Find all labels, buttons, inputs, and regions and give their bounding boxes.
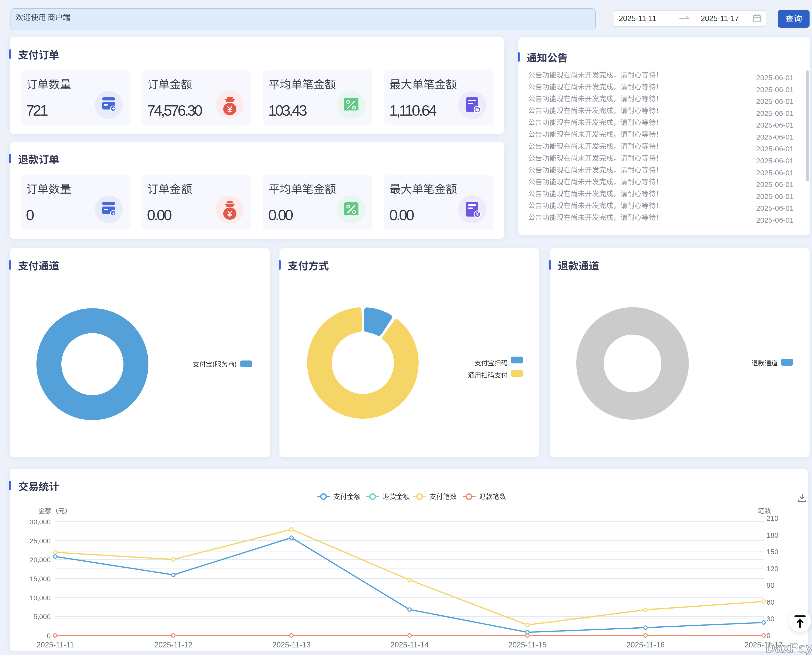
svg-text:2025-11-11: 2025-11-11 bbox=[619, 14, 656, 23]
svg-text:2025-06-01: 2025-06-01 bbox=[756, 169, 794, 177]
svg-text:0.00: 0.00 bbox=[147, 206, 172, 223]
svg-text:721: 721 bbox=[26, 102, 48, 119]
svg-text:2025-06-01: 2025-06-01 bbox=[756, 133, 794, 141]
svg-text:2025-06-01: 2025-06-01 bbox=[756, 145, 794, 153]
svg-text:2025-06-01: 2025-06-01 bbox=[756, 74, 794, 81]
svg-text:60: 60 bbox=[767, 598, 774, 606]
svg-text:2025-11-13: 2025-11-13 bbox=[273, 641, 311, 649]
svg-text:0.00: 0.00 bbox=[389, 206, 414, 223]
svg-text:120: 120 bbox=[767, 565, 778, 573]
svg-text:1,110.64: 1,110.64 bbox=[389, 102, 436, 119]
svg-text:2025-06-01: 2025-06-01 bbox=[756, 109, 794, 117]
svg-text:0.00: 0.00 bbox=[268, 206, 293, 223]
svg-text:103.43: 103.43 bbox=[268, 102, 307, 119]
svg-text:15,000: 15,000 bbox=[29, 575, 51, 583]
svg-text:DaxPay: DaxPay bbox=[766, 640, 812, 655]
svg-text:0: 0 bbox=[26, 206, 34, 223]
svg-text:2025-06-01: 2025-06-01 bbox=[756, 157, 794, 165]
svg-text:25,000: 25,000 bbox=[29, 537, 51, 545]
svg-text:10,000: 10,000 bbox=[29, 594, 51, 602]
svg-text:210: 210 bbox=[767, 515, 778, 522]
svg-text:150: 150 bbox=[767, 548, 778, 556]
svg-text:2025-06-01: 2025-06-01 bbox=[756, 204, 794, 212]
svg-text:2025-11-17: 2025-11-17 bbox=[701, 14, 739, 23]
svg-text:74,576.30: 74,576.30 bbox=[147, 102, 202, 119]
svg-text:20,000: 20,000 bbox=[29, 556, 51, 564]
svg-text:5,000: 5,000 bbox=[34, 613, 51, 621]
svg-text:0: 0 bbox=[47, 632, 51, 640]
svg-text:30,000: 30,000 bbox=[29, 518, 51, 526]
svg-text:2025-06-01: 2025-06-01 bbox=[756, 86, 794, 94]
svg-text:2025-11-16: 2025-11-16 bbox=[626, 641, 664, 649]
svg-text:2025-06-01: 2025-06-01 bbox=[756, 192, 794, 200]
svg-text:2025-06-01: 2025-06-01 bbox=[756, 216, 794, 224]
svg-text:2025-06-01: 2025-06-01 bbox=[756, 121, 794, 129]
svg-text:90: 90 bbox=[767, 581, 774, 589]
svg-text:2025-11-14: 2025-11-14 bbox=[390, 641, 428, 649]
svg-text:2025-06-01: 2025-06-01 bbox=[756, 180, 794, 188]
svg-text:2025-06-01: 2025-06-01 bbox=[756, 97, 794, 105]
svg-text:30: 30 bbox=[767, 615, 774, 623]
svg-text:0: 0 bbox=[767, 632, 770, 640]
svg-text:2025-11-15: 2025-11-15 bbox=[508, 641, 547, 649]
svg-text:2025-11-11: 2025-11-11 bbox=[37, 641, 74, 649]
svg-text:180: 180 bbox=[767, 531, 778, 539]
svg-text:2025-11-12: 2025-11-12 bbox=[154, 641, 193, 649]
